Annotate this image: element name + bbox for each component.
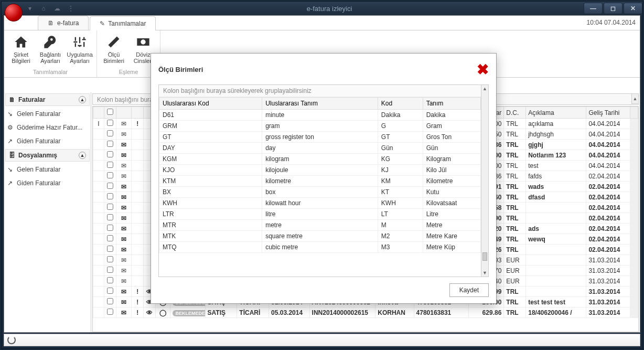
row-checkbox[interactable]	[107, 225, 113, 231]
nav-header-faturalar[interactable]: 🗎Faturalar▲	[5, 93, 90, 106]
olcu-birimleri-dialog: Ölçü Birimleri ✖ Kolon başlığını buraya …	[151, 53, 497, 304]
dialog-grid[interactable]: Uluslararası Kod Uluslararası Tanım Kod …	[159, 97, 481, 277]
row-checkbox[interactable]	[107, 214, 113, 220]
nav-giden-faturalar[interactable]: ↗Giden Faturalar	[4, 134, 91, 148]
sidebar: 🗎Faturalar▲ ↘Gelen Faturalar ⚙Göderime H…	[4, 92, 91, 332]
dialog-table-row[interactable]: D61minuteDakikaDakika	[159, 110, 481, 121]
row-checkbox[interactable]	[107, 277, 113, 283]
scroll-thumb[interactable]	[482, 252, 487, 261]
eye-icon[interactable]: 👁	[144, 307, 156, 318]
wifi-icon[interactable]: ⋮	[66, 4, 76, 13]
collapse-icon[interactable]: ▲	[79, 96, 86, 103]
col-kod[interactable]: Kod	[378, 98, 423, 110]
quick-access-toolbar: ▾ ⌂ ☁ ⋮	[25, 4, 76, 13]
envelope-icon: ✉	[116, 255, 131, 266]
dialog-table-row[interactable]: MTKsquare metreM2Metre Kare	[159, 231, 481, 242]
collapse-icon[interactable]: ▲	[79, 152, 86, 159]
window-title: e-fatura izleyici	[76, 5, 583, 13]
dialog-close-button[interactable]: ✖	[477, 61, 489, 78]
row-checkbox[interactable]	[107, 120, 113, 126]
nav-dosya-giden[interactable]: ↗Giden Faturalar	[4, 176, 91, 190]
dialog-table-row[interactable]: BXboxKTKutu	[159, 187, 481, 198]
warn-icon	[132, 192, 144, 203]
dialog-scrollbar[interactable]: ▲ ▼	[481, 85, 488, 277]
nav-dosya-gelen[interactable]: ↘Gelen Faturalar	[4, 163, 91, 176]
cloud-icon[interactable]: ☁	[52, 4, 62, 13]
ruler-icon	[105, 34, 122, 50]
maximize-button[interactable]: ◻	[604, 3, 622, 14]
row-checkbox[interactable]	[107, 298, 113, 304]
dialog-table-row[interactable]: MTRmetreMMetre	[159, 220, 481, 231]
col-warn[interactable]	[132, 107, 144, 119]
tab-tanimlamalar[interactable]: ✎Tanımlamalar	[90, 16, 156, 30]
app-window: ▾ ⌂ ☁ ⋮ e-fatura izleyici — ◻ ✕ 🗎e-fatur…	[1, 1, 643, 349]
minimize-button[interactable]: —	[584, 3, 603, 14]
dialog-table-row[interactable]: LTRlitreLTLitre	[159, 209, 481, 220]
key-icon	[42, 34, 59, 50]
tab-efatura[interactable]: 🗎e-fatura	[38, 16, 89, 30]
dialog-table-row[interactable]: GTgross register tonGTGros Ton	[159, 132, 481, 143]
row-checkbox[interactable]	[107, 151, 113, 157]
row-checkbox[interactable]	[107, 204, 113, 210]
dialog-grid-header[interactable]: Uluslararası Kod Uluslararası Tanım Kod …	[159, 98, 481, 110]
col-ul-kod[interactable]: Uluslararası Kod	[159, 98, 262, 110]
save-button[interactable]: Kaydet	[449, 283, 489, 297]
dialog-table-row[interactable]: DAYdayGünGün	[159, 143, 481, 154]
table-row[interactable]: ✉!👁◯BEKLEMEDESATIŞTİCARİ05.03.2014INN201…	[93, 307, 638, 318]
olcu-birimleri-button[interactable]: Ölçü Birimleri	[101, 34, 126, 64]
row-checkbox[interactable]	[107, 130, 113, 136]
col-tanim[interactable]: Tanım	[423, 98, 480, 110]
money-icon	[135, 34, 152, 50]
envelope-icon: ✉	[116, 140, 131, 150]
col-marker[interactable]	[93, 107, 104, 119]
row-checkbox[interactable]	[107, 235, 113, 241]
row-checkbox[interactable]	[107, 193, 113, 199]
col-env[interactable]	[116, 107, 131, 119]
col-gelis[interactable]: Geliş Tarihi	[586, 107, 630, 119]
envelope-icon: ✉	[116, 224, 131, 234]
nav-goderime-hazir[interactable]: ⚙Göderime Hazır Fatur...	[4, 121, 91, 134]
dialog-table-row[interactable]: KJOkilojouleKJKilo Jül	[159, 165, 481, 176]
dialog-table-row[interactable]: KWHkilowatt hourKWHKilovatsaat	[159, 198, 481, 209]
scrollbar[interactable]	[630, 107, 638, 119]
dialog-table-row[interactable]: GRMgramGGram	[159, 121, 481, 132]
col-ul-tanim[interactable]: Uluslararası Tanım	[262, 98, 378, 110]
col-checkbox[interactable]	[104, 107, 116, 119]
dialog-table-row[interactable]: KTMkilometreKMKilometre	[159, 176, 481, 187]
ribbon-group-caption: Eşleme	[101, 68, 156, 76]
uygulama-ayarlari-button[interactable]: Uygulama Ayarları	[67, 34, 92, 64]
warn-icon	[132, 171, 144, 182]
row-checkbox[interactable]	[107, 309, 113, 315]
row-checkbox[interactable]	[107, 267, 113, 273]
row-checkbox[interactable]	[107, 162, 113, 168]
baglanti-ayarlari-button[interactable]: Bağlantı Ayarları	[38, 34, 63, 64]
dialog-group-hint[interactable]: Kolon başlığını buraya sürekleyerek grup…	[159, 85, 481, 97]
row-checkbox[interactable]	[107, 183, 113, 189]
nav-gelen-faturalar[interactable]: ↘Gelen Faturalar	[4, 107, 91, 121]
qat-icon[interactable]: ▾	[25, 4, 35, 13]
scroll-up-button[interactable]: ▲	[631, 93, 639, 104]
warn-icon	[132, 213, 144, 224]
sirket-bilgileri-button[interactable]: Şirket Bilgileri	[8, 34, 34, 64]
document-icon: 🗎	[48, 19, 54, 27]
row-checkbox[interactable]	[107, 172, 113, 178]
dialog-table-row[interactable]: MTQcubic metreM3Metre Küp	[159, 242, 481, 253]
row-checkbox[interactable]	[107, 256, 113, 262]
invoice-icon: 🗎	[9, 96, 15, 103]
close-button[interactable]: ✕	[624, 3, 642, 14]
nav-header-dosyalanmis[interactable]: 🗄Dosyalanmış▲	[5, 149, 90, 162]
envelope-icon: ✉	[116, 171, 131, 182]
warn-icon	[132, 161, 144, 171]
col-dc[interactable]: D.C.	[504, 107, 526, 119]
row-checkbox[interactable]	[107, 288, 113, 294]
scroll-down-icon[interactable]: ▼	[481, 269, 488, 277]
row-checkbox[interactable]	[107, 141, 113, 147]
envelope-icon: ✉	[116, 287, 131, 297]
row-checkbox[interactable]	[107, 246, 113, 252]
inbox-icon: ↘	[7, 166, 15, 173]
home-icon[interactable]: ⌂	[38, 4, 49, 13]
scroll-up-icon[interactable]: ▲	[481, 85, 488, 92]
col-aciklama[interactable]: Açıklama	[526, 107, 586, 119]
dialog-table-row[interactable]: KGMkilogramKGKilogram	[159, 154, 481, 165]
warn-icon	[132, 182, 144, 192]
